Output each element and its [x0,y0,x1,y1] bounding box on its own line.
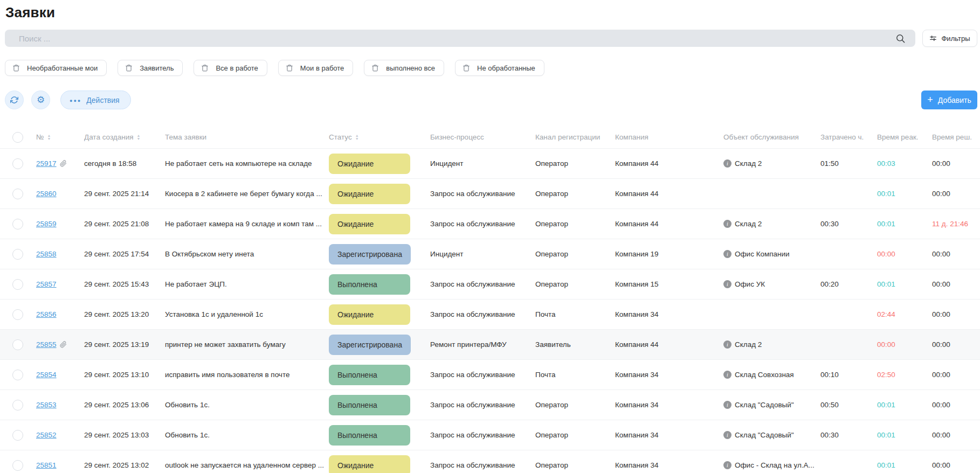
table-row[interactable]: 2585829 сент. 2025 17:54В Октябрьском не… [0,239,980,269]
table-row[interactable]: 25917сегодня в 18:58Не работает сеть на … [0,148,980,178]
filters-button-label: Фильтры [941,34,970,43]
ticket-link[interactable]: 25856 [36,310,57,318]
column-header-object: Объект обслуживания [723,133,820,141]
row-checkbox[interactable] [12,400,23,411]
column-header-num[interactable]: №▲▼ [36,133,84,141]
status-badge: Выполнена [329,425,410,446]
ticket-link[interactable]: 25855 [36,340,57,349]
table-row[interactable]: 2585929 сент. 2025 21:08Не работает каме… [0,208,980,239]
search-box[interactable] [5,30,915,47]
sort-icon[interactable]: ▲▼ [47,134,51,141]
cell-process: Запрос на обслуживание [430,280,535,288]
info-icon: i [723,401,731,409]
refresh-button[interactable] [5,91,24,109]
info-icon: i [723,340,731,349]
ticket-link[interactable]: 25851 [36,461,57,469]
cell-spent: 00:50 [820,401,877,409]
cell-status: Ожидание [329,214,430,234]
ticket-link[interactable]: 25859 [36,220,57,228]
filter-chip[interactable]: Заявитель [118,60,183,76]
trash-icon [463,64,470,72]
status-badge: Ожидание [329,154,410,174]
table-row[interactable]: 2585729 сент. 2025 15:43Не работает ЭЦП.… [0,269,980,299]
cell-channel: Почта [535,310,615,318]
table-row[interactable]: 2585229 сент. 2025 13:03Обновить 1с.Выпо… [0,420,980,450]
cell-status: Ожидание [329,455,430,473]
cell-subject: исправить имя пользователя в почте [165,371,329,379]
search-input[interactable] [5,30,915,47]
filter-chip[interactable]: Мои в работе [278,60,354,76]
cell-date: 29 сент. 2025 13:20 [84,310,165,318]
row-checkbox[interactable] [12,460,23,471]
row-checkbox[interactable] [12,279,23,290]
cell-company: Компания 44 [615,340,723,349]
add-button-label: Добавить [938,96,971,105]
filter-chip[interactable]: Все в работе [194,60,267,76]
cell-spent: 00:10 [820,371,877,379]
cell-status: Выполнена [329,274,430,295]
status-badge: Выполнена [329,274,410,295]
filter-chip[interactable]: Не обработанные [455,60,544,76]
cell-subject: Не работает сеть на компьютере на складе [165,159,329,168]
filters-button[interactable]: Фильтры [922,30,977,47]
table-row[interactable]: 2585129 сент. 2025 13:02outlook не запус… [0,450,980,473]
row-checkbox[interactable] [12,219,23,229]
ticket-link[interactable]: 25860 [36,190,57,198]
cell-subject: принтер не может захватить бумагу [165,340,329,349]
actions-button[interactable]: ●●● Действия [60,91,131,109]
row-checkbox[interactable] [12,249,23,260]
filter-chip[interactable]: Необработанные мои [5,60,107,76]
info-icon: i [723,371,731,379]
ticket-link[interactable]: 25853 [36,401,57,409]
table-row[interactable]: 2586029 сент. 2025 21:14Киосера в 2 каби… [0,178,980,208]
sort-icon[interactable]: ▲▼ [137,134,141,141]
cell-company: Компания 15 [615,280,723,288]
cell-date: 29 сент. 2025 13:02 [84,461,165,469]
select-all-checkbox[interactable] [12,132,23,143]
row-checkbox[interactable] [12,158,23,169]
ticket-link[interactable]: 25854 [36,371,57,379]
cell-company: Компания 44 [615,220,723,228]
row-checkbox[interactable] [12,339,23,350]
row-checkbox[interactable] [12,370,23,380]
cell-object: iОфис - Склад на ул.А... [723,461,820,469]
ticket-link[interactable]: 25852 [36,431,57,439]
row-checkbox[interactable] [12,430,23,441]
cell-process: Запрос на обслуживание [430,220,535,228]
filter-chip-label: Необработанные мои [27,64,98,72]
page-title: Заявки [5,4,980,21]
cell-num: 25856 [36,310,84,318]
ticket-link[interactable]: 25857 [36,280,57,288]
add-button[interactable]: + Добавить [921,91,977,109]
status-badge: Выполнена [329,365,410,385]
status-badge: Ожидание [329,455,410,473]
row-checkbox[interactable] [12,189,23,199]
ticket-link[interactable]: 25917 [36,159,57,168]
paperclip-icon [60,341,67,348]
cell-resolution: 00:00 [932,401,980,409]
table-body: 25917сегодня в 18:58Не работает сеть на … [0,148,980,473]
row-checkbox[interactable] [12,309,23,320]
table-row[interactable]: 2585429 сент. 2025 13:10исправить имя по… [0,359,980,389]
cell-company: Компания 34 [615,310,723,318]
search-icon[interactable] [895,33,906,44]
column-header-date[interactable]: Дата создания▲▼ [84,133,165,141]
sort-icon[interactable]: ▲▼ [355,134,359,141]
filter-chips: Необработанные моиЗаявительВсе в работеМ… [5,60,980,76]
ticket-link[interactable]: 25858 [36,250,57,258]
cell-object: iОфис Компании [723,250,820,258]
table-row[interactable]: 2585529 сент. 2025 13:19принтер не может… [0,329,980,359]
cell-process: Запрос на обслуживание [430,371,535,379]
cell-date: 29 сент. 2025 13:06 [84,401,165,409]
cell-channel: Оператор [535,190,615,198]
filter-chip[interactable]: выполнено все [364,60,444,76]
cell-subject: Киосера в 2 кабинете не берет бумагу ког… [165,190,329,198]
table-row[interactable]: 2585629 сент. 2025 13:20Установка 1с и у… [0,299,980,329]
settings-button[interactable]: ⚙ [31,91,50,109]
cell-select [0,219,36,229]
cell-date: 29 сент. 2025 13:03 [84,431,165,439]
column-header-status[interactable]: Статус▲▼ [329,133,430,141]
cell-object: iСклад 2 [723,340,820,349]
table-row[interactable]: 2585329 сент. 2025 13:06Обновить 1с.Выпо… [0,389,980,420]
cell-object: iСклад "Садовый" [723,401,820,409]
